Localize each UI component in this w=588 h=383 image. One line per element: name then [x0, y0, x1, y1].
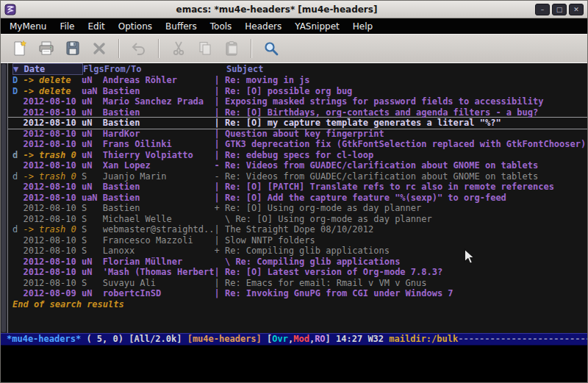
menu-item-file[interactable]: File [53, 20, 81, 33]
cell-mark: d [12, 224, 23, 235]
mode-line[interactable]: *mu4e-headers* ( 5, 0) [All/2.0k] [mu4e-… [1, 333, 587, 346]
cut-button[interactable] [167, 37, 190, 60]
message-row[interactable]: 2012-08-10uNBastien|Re: [O] Birthdays, o… [8, 107, 587, 118]
cell-sep: | [215, 86, 225, 97]
save-button[interactable] [61, 37, 85, 60]
message-row[interactable]: 2012-08-10uNBastien|Re: [O] [PATCH] Tran… [8, 182, 587, 193]
message-row[interactable]: 2012-08-09uNrobertcInSD|Re: Invoking Gnu… [8, 288, 587, 299]
cell-subject: Exposing masked strings for password fie… [225, 96, 587, 107]
message-row[interactable]: D-> deleteuNAndreas Röhler|Re: moving in… [8, 75, 587, 86]
minibuffer[interactable] [1, 346, 587, 383]
cell-subject: Re: Videos from GUADEC/clarification abo… [225, 160, 587, 171]
cell-flags: uN [82, 288, 103, 299]
cell-sep: | [215, 96, 225, 107]
cell-sep: | [215, 129, 225, 140]
cell-from: Bastien [103, 182, 215, 193]
cell-mark [12, 96, 23, 107]
message-row[interactable]: D-> deleteuaNBastien|Re: [O] possible or… [8, 86, 587, 97]
cell-subject: Re: [O] Add the capture feature "%(sexp)… [225, 193, 587, 204]
message-row[interactable]: 2012-08-10SBastien+Re: [O] Using org-mod… [8, 203, 587, 214]
cell-date: 2012-08-10 [23, 118, 81, 129]
message-row[interactable]: d-> trash 0SJuanjo Marin-Re: Videos from… [8, 171, 587, 182]
cell-from: HardKor [103, 129, 215, 140]
cell-flags: uN [82, 267, 103, 278]
menu-item-mymenu[interactable]: MyMenu [3, 20, 53, 33]
cut-icon [170, 40, 187, 57]
cell-subject: Re: Invoking GnuPG from CGI under Window… [225, 288, 587, 299]
cell-mark [12, 118, 23, 129]
paste-button[interactable] [220, 37, 243, 60]
toolbar [1, 34, 587, 63]
window-icon [4, 4, 16, 15]
menu-item-edit[interactable]: Edit [82, 20, 112, 33]
cell-date: 2012-08-09 [23, 288, 81, 299]
cell-subject: Re: [O] Using org-mode as day planner [225, 203, 587, 214]
menu-item-headers[interactable]: Headers [238, 20, 288, 33]
minimize-button[interactable]: – [535, 4, 550, 15]
message-row[interactable]: 2012-08-10uNBastien|Re: [O] my capture t… [8, 118, 587, 129]
cell-flags: uN [82, 129, 103, 140]
copy-icon [196, 40, 214, 57]
cell-mark [12, 246, 23, 257]
column-header-flags[interactable]: Flgs [83, 64, 104, 74]
search-icon [262, 40, 280, 57]
message-row[interactable]: 2012-08-10uNFrans Oilinki|GTK3 deprecati… [8, 139, 587, 150]
column-header-date[interactable]: Date [24, 64, 82, 74]
end-of-results-message: End of search results [8, 299, 587, 310]
emacs-window: emacs: *mu4e-headers* [mu4e-headers] – □… [0, 0, 588, 383]
cell-flags: uN [82, 96, 103, 107]
cell-date: -> delete [23, 75, 81, 86]
menu-item-options[interactable]: Options [112, 20, 159, 33]
new-file-icon [11, 40, 29, 57]
message-row[interactable]: 2012-08-10SSuvayu Ali|Re: Emacs for emai… [8, 278, 587, 289]
maximize-button[interactable]: □ [552, 4, 567, 15]
cell-date: 2012-08-10 [23, 214, 81, 225]
buffer-empty-space [8, 309, 587, 333]
cell-from: Lanoxx [103, 246, 215, 257]
message-row[interactable]: 2012-08-10SLanoxx+Re: Compiling glib app… [8, 246, 587, 257]
modeline-segment: [All/2.0k] [129, 334, 187, 344]
cell-subject: Re: moving in js [225, 75, 587, 86]
message-row[interactable]: 2012-08-10uNFlorian Müllner\ Re: Compili… [8, 257, 587, 268]
message-row[interactable]: 2012-08-10uN'Mash (Thomas Herbert)|Re: [… [8, 267, 587, 278]
message-row[interactable]: 2012-08-10SMichael Welle\ Re: [O] Using … [8, 214, 587, 225]
cell-date: 2012-08-10 [23, 160, 81, 171]
modeline-segment: ] [326, 334, 336, 344]
message-row[interactable]: d-> trash 0uNThierry Volpiatto|Re: edebu… [8, 150, 587, 161]
cell-mark [12, 160, 23, 171]
cell-subject: Re: edebug specs for cl-loop [225, 150, 587, 161]
cell-sep: | [215, 278, 225, 289]
copy-button[interactable] [193, 37, 217, 60]
cell-flags: uN [82, 257, 103, 268]
new-file-button[interactable] [8, 37, 32, 60]
message-row[interactable]: 2012-08-10SFrancesco Mazzoli|Slow NNTP f… [8, 235, 587, 246]
cell-subject: Re: Videos from GUADEC/clarification abo… [225, 171, 587, 182]
cell-from: Bastien [103, 193, 215, 204]
title-bar[interactable]: emacs: *mu4e-headers* [mu4e-headers] – □… [1, 1, 587, 18]
cell-flags: S [82, 278, 103, 289]
cell-subject: Question about key fingerprint [225, 129, 587, 140]
search-button[interactable] [259, 37, 283, 60]
column-header-subject[interactable]: Subject [226, 64, 587, 74]
sort-column-box[interactable]: ▼Date [12, 63, 83, 75]
cell-date: -> delete [23, 86, 81, 97]
modeline-segment: W32 [368, 334, 389, 344]
scrollbar[interactable] [1, 63, 8, 333]
menu-item-yasnippet[interactable]: YASnippet [288, 20, 346, 33]
close-buffer-button[interactable] [87, 37, 111, 60]
cell-flags: uaN [82, 86, 103, 97]
column-header-from[interactable]: From/To [104, 64, 216, 74]
message-row[interactable]: d-> trash 0Swebmaster@straightd...|The S… [8, 224, 587, 235]
message-row[interactable]: 2012-08-10uNXan Lopez-Re: Videos from GU… [8, 160, 587, 171]
scrollbar-thumb[interactable] [1, 64, 6, 332]
message-row[interactable]: 2012-08-10uNHardKor|Question about key f… [8, 129, 587, 140]
message-row[interactable]: 2012-08-10uNMario Sanchez Prada|Exposing… [8, 96, 587, 107]
close-button[interactable]: ✕ [569, 4, 584, 15]
print-button[interactable] [35, 37, 58, 60]
cell-subject: Re: Emacs for email: Rmail v VM v Gnus [225, 278, 587, 289]
menu-item-buffers[interactable]: Buffers [159, 20, 204, 33]
undo-button[interactable] [127, 37, 151, 60]
menu-item-tools[interactable]: Tools [204, 20, 239, 33]
menu-item-help[interactable]: Help [346, 20, 379, 33]
message-row[interactable]: 2012-08-10uaNBastien|Re: [O] Add the cap… [8, 193, 587, 204]
